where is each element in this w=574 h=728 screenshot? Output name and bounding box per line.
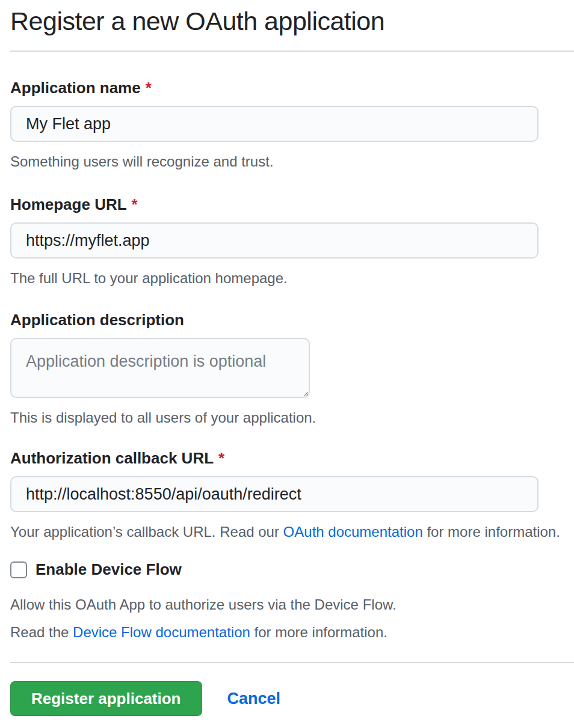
field-group-application-name: Application name* Something users will r… — [10, 78, 574, 171]
application-name-help: Something users will recognize and trust… — [10, 153, 574, 171]
title-divider — [10, 50, 574, 52]
device-flow-docs-line: Read the Device Flow documentation for m… — [10, 623, 574, 641]
application-description-label-text: Application description — [10, 311, 184, 329]
required-asterisk: * — [218, 449, 224, 467]
form-actions: Register application Cancel — [10, 681, 574, 716]
application-name-input[interactable] — [10, 106, 539, 142]
field-group-homepage-url: Homepage URL* The full URL to your appli… — [10, 195, 574, 287]
device-flow-documentation-link[interactable]: Device Flow documentation — [73, 624, 250, 640]
required-asterisk: * — [146, 79, 152, 97]
callback-url-label: Authorization callback URL* — [10, 448, 574, 468]
enable-device-flow-label[interactable]: Enable Device Flow — [35, 560, 182, 579]
callback-url-help-after: for more information. — [423, 524, 560, 540]
actions-divider — [10, 662, 574, 663]
callback-url-input[interactable] — [10, 476, 539, 512]
field-group-application-description: Application description This is displaye… — [10, 310, 574, 427]
application-name-label-text: Application name — [10, 79, 141, 97]
device-flow-docs-after: for more information. — [250, 624, 387, 640]
application-name-label: Application name* — [10, 78, 574, 97]
required-asterisk: * — [132, 195, 138, 213]
oauth-documentation-link[interactable]: OAuth documentation — [283, 524, 423, 540]
oauth-app-form: Application name* Something users will r… — [10, 78, 574, 716]
application-description-help: This is displayed to all users of your a… — [10, 409, 574, 427]
device-flow-row: Enable Device Flow — [10, 560, 574, 579]
homepage-url-help: The full URL to your application homepag… — [10, 269, 574, 287]
callback-url-label-text: Authorization callback URL — [10, 449, 214, 467]
callback-url-help-before: Your application’s callback URL. Read ou… — [10, 524, 283, 540]
enable-device-flow-checkbox[interactable] — [10, 561, 27, 578]
application-description-label: Application description — [10, 310, 574, 329]
oauth-register-page: Register a new OAuth application Applica… — [0, 5, 574, 716]
application-description-textarea[interactable] — [10, 338, 310, 398]
device-flow-help: Allow this OAuth App to authorize users … — [10, 596, 574, 614]
register-application-button[interactable]: Register application — [10, 681, 202, 716]
homepage-url-label-text: Homepage URL — [10, 195, 127, 213]
callback-url-help: Your application’s callback URL. Read ou… — [10, 523, 574, 541]
page-title: Register a new OAuth application — [10, 5, 574, 37]
field-group-callback-url: Authorization callback URL* Your applica… — [10, 448, 574, 541]
cancel-link[interactable]: Cancel — [227, 690, 281, 708]
homepage-url-input[interactable] — [10, 222, 539, 258]
device-flow-docs-before: Read the — [10, 624, 73, 640]
homepage-url-label: Homepage URL* — [10, 195, 574, 214]
